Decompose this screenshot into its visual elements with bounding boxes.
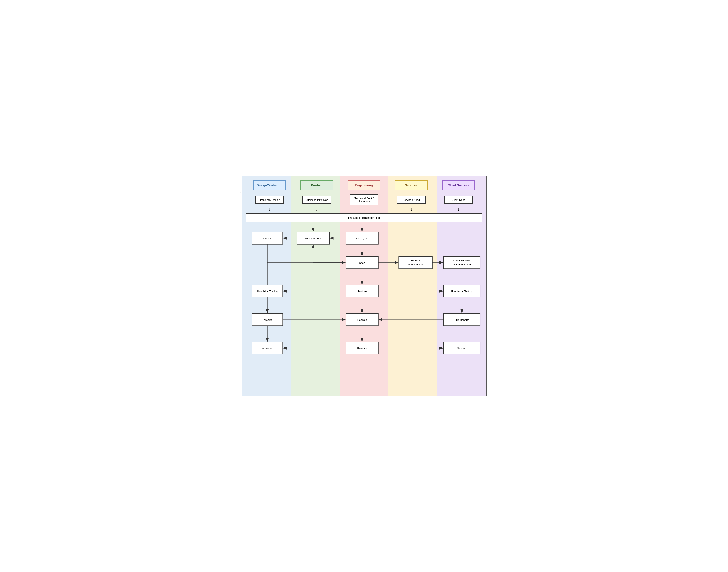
sub-header-cell-techdebt: Technical Debt / Limitations <box>341 194 387 205</box>
diagram-wrapper: → ← Design/Marketing Product Engineering <box>241 176 487 396</box>
diagram-container: Design/Marketing Product Engineering Ser… <box>241 176 487 396</box>
sub-header-cell-clientneed: Client Need <box>435 196 482 204</box>
header-design: Design/Marketing <box>253 180 286 190</box>
header-engineering: Engineering <box>348 180 380 190</box>
sub-header-cell-branding: Branding / Design <box>246 196 293 204</box>
diagram-content: Design/Marketing Product Engineering Ser… <box>246 180 482 391</box>
header-cell-engineering: Engineering <box>341 180 387 190</box>
label-functional: Functional Testing <box>451 290 472 293</box>
label-spec: Spec <box>359 262 365 265</box>
sub-header-cell-business: Business Initiatives <box>293 196 341 204</box>
label-servicesdoc-2: Documentation <box>407 263 424 266</box>
arrows-row-1: ↓ ↓ ↓ ↓ ↓ <box>246 207 482 212</box>
node-servicesneed: Services Need <box>397 196 426 204</box>
arrow-business-down: ↓ <box>293 207 341 212</box>
header-cell-design: Design/Marketing <box>246 180 293 190</box>
label-csdoc-2: Documentation <box>453 263 470 266</box>
label-servicesdoc-1: Services <box>410 259 421 262</box>
node-branding: Branding / Design <box>255 196 284 204</box>
box-servicesdoc <box>398 257 432 269</box>
label-prototype: Prototype / POC <box>303 237 322 240</box>
label-support: Support <box>457 347 466 350</box>
label-spike: Spike (opt) <box>356 237 368 240</box>
box-csdoc <box>443 257 480 269</box>
arrow-clientneed-down: ↓ <box>435 207 482 212</box>
arrow-branding-down: ↓ <box>246 207 293 212</box>
header-cell-services: Services <box>387 180 435 190</box>
flow-svg: Design Prototype / POC Spike (opt) <box>246 224 482 391</box>
arrow-servicesneed-down: ↓ <box>387 207 435 212</box>
node-techdebt: Technical Debt / Limitations <box>350 194 378 205</box>
label-tweaks: Tweaks <box>263 318 272 321</box>
header-client: Client Success <box>442 180 475 190</box>
sub-header-cell-servicesneed: Services Need <box>387 196 435 204</box>
header-row: Design/Marketing Product Engineering Ser… <box>246 180 482 190</box>
label-csdoc-1: Client Success <box>453 259 470 262</box>
label-design: Design <box>263 237 271 240</box>
arrow-techdebt-down: ↓ <box>341 207 387 212</box>
label-hotfixes: Hotfixes <box>357 318 367 321</box>
node-clientneed: Client Need <box>444 196 473 204</box>
label-release: Release <box>357 347 367 350</box>
sub-header-row: Branding / Design Business Initiatives T… <box>246 194 482 205</box>
label-usability: Useability Testing <box>257 290 278 293</box>
header-cell-product: Product <box>293 180 341 190</box>
main-flow-section: Design Prototype / POC Spike (opt) <box>246 224 482 391</box>
label-analytics: Analytics <box>262 347 273 350</box>
header-services: Services <box>395 180 428 190</box>
label-feature: Feature <box>357 290 367 293</box>
label-bugreports: Bug Reports <box>454 318 469 321</box>
header-cell-client: Client Success <box>435 180 482 190</box>
header-product: Product <box>300 180 333 190</box>
node-business: Business Initiatives <box>302 196 331 204</box>
node-prespec: Pre Spec / Brainstorming <box>246 213 482 222</box>
